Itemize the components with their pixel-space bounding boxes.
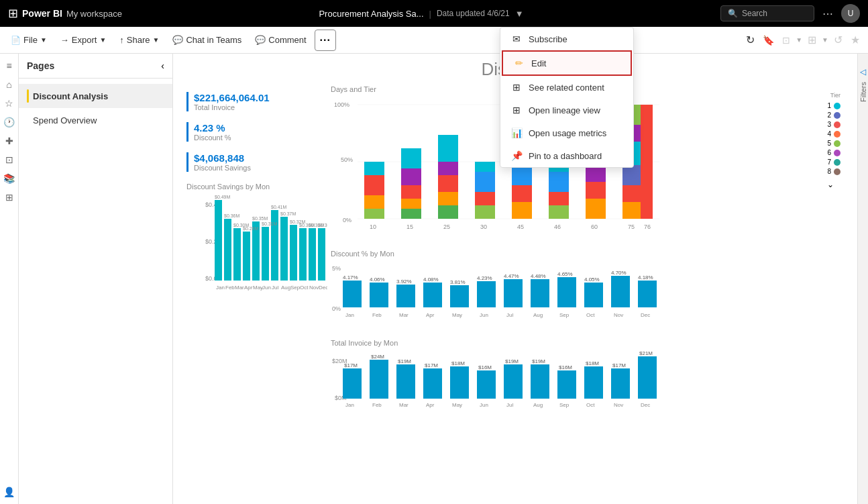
svg-text:45: 45	[517, 223, 524, 230]
svg-rect-58	[438, 205, 458, 219]
export-button[interactable]: → Export ▼	[55, 32, 111, 48]
file-button[interactable]: 📄 File ▼	[5, 32, 52, 48]
search-box[interactable]: 🔍 Search	[720, 5, 814, 21]
page-item-spend[interactable]: Spend Overview	[19, 108, 172, 132]
comment-icon: 💬	[255, 35, 266, 45]
svg-text:25: 25	[443, 223, 450, 230]
pin-dashboard-item[interactable]: 📌 Pin to a dashboard	[500, 144, 633, 167]
svg-text:Jul: Jul	[506, 402, 513, 408]
reset-button[interactable]: ↺	[831, 31, 845, 49]
kpi-total-invoice: $221,664,064.01 Total Invoice	[186, 92, 321, 111]
svg-text:76: 76	[644, 223, 651, 230]
workspace-label[interactable]: My workspace	[66, 9, 122, 19]
svg-rect-74	[586, 199, 606, 219]
svg-rect-53	[401, 209, 421, 219]
usage-metrics-item[interactable]: 📊 Open usage metrics	[500, 121, 633, 144]
svg-text:Nov: Nov	[614, 312, 623, 318]
view-button[interactable]: ⊡	[779, 32, 793, 48]
svg-rect-97	[450, 285, 469, 307]
sidebar-learn-icon[interactable]: 📚	[3, 172, 16, 185]
related-icon: ⊞	[511, 82, 522, 93]
svg-rect-135	[450, 366, 469, 399]
kpi-discount-savings-label: Discount Savings	[194, 164, 321, 172]
svg-rect-46	[364, 175, 384, 195]
share-button[interactable]: ↑ Share ▼	[114, 32, 164, 48]
sidebar-menu-icon[interactable]: ≡	[3, 59, 16, 72]
svg-text:Jul: Jul	[272, 285, 278, 291]
svg-rect-61	[475, 192, 495, 205]
fullscreen-button[interactable]: ⊞	[805, 31, 819, 49]
svg-text:May: May	[452, 402, 462, 408]
svg-text:75: 75	[628, 223, 635, 230]
svg-text:Oct: Oct	[586, 402, 595, 408]
svg-text:$0.35M: $0.35M	[252, 216, 268, 221]
sidebar-home-icon[interactable]: ⌂	[3, 78, 16, 91]
tier-4-label: 4	[827, 130, 831, 138]
tier-legend: Tier 1 2 3	[827, 92, 840, 189]
sidebar-recent-icon[interactable]: 🕐	[3, 115, 16, 129]
comment-button[interactable]: 💬 Comment	[250, 32, 311, 48]
related-content-item[interactable]: ⊞ See related content	[500, 76, 633, 99]
svg-text:$18M: $18M	[586, 360, 599, 366]
active-indicator	[27, 89, 29, 103]
svg-text:Jun: Jun	[480, 312, 488, 318]
kpi-discount-pct-value: 4.23 %	[194, 122, 321, 134]
more-menu-button[interactable]: ···	[315, 30, 336, 51]
sidebar-create-icon[interactable]: ✚	[3, 134, 16, 148]
svg-rect-136	[477, 370, 496, 399]
share-label: Share	[127, 35, 150, 45]
pages-header: Pages ‹	[19, 54, 172, 79]
svg-text:$17M: $17M	[344, 362, 358, 368]
star-button[interactable]: ★	[848, 31, 863, 49]
svg-rect-11	[290, 225, 297, 281]
more-options-button[interactable]: ⋯	[820, 5, 836, 23]
bookmark-button[interactable]: 🔖	[760, 32, 777, 48]
app-logo: ⊞ Power BI My workspace	[8, 6, 122, 21]
svg-rect-69	[549, 192, 569, 205]
svg-rect-13	[309, 228, 316, 281]
right-sidebar[interactable]: ◁ Filters	[857, 54, 868, 504]
svg-rect-8	[262, 227, 269, 281]
avatar[interactable]: U	[841, 4, 860, 23]
svg-text:4.65%: 4.65%	[557, 271, 573, 277]
left-sidebar: ≡ ⌂ ☆ 🕐 ✚ ⊡ 📚 ⊞ 👤	[0, 54, 19, 504]
svg-text:4.70%: 4.70%	[611, 270, 627, 276]
chat-button[interactable]: 💬 Chat in Teams	[167, 32, 247, 48]
tier-8-label: 8	[827, 168, 831, 175]
svg-rect-52	[401, 199, 421, 209]
discount-pct-title: Discount % by Mon	[331, 250, 847, 258]
svg-text:$19M: $19M	[398, 358, 411, 364]
tier-5-dot	[834, 140, 840, 147]
svg-text:10: 10	[370, 223, 376, 230]
grid-icon[interactable]: ⊞	[8, 6, 18, 21]
svg-text:$19M: $19M	[505, 358, 519, 364]
tier-scroll-down[interactable]: ⌄	[827, 180, 840, 189]
edit-item[interactable]: ✏ Edit	[502, 50, 632, 76]
kpi-total-invoice-label: Total Invoice	[194, 103, 321, 111]
sidebar-workspaces-icon[interactable]: ⊞	[3, 191, 16, 204]
lineage-view-item[interactable]: ⊞ Open lineage view	[500, 99, 633, 121]
subscribe-label: Subscribe	[529, 34, 567, 44]
collapse-pages-button[interactable]: ‹	[161, 60, 164, 71]
savings-chart-container: Discount Savings by Mon $0.4M $0.2M $0.0…	[186, 183, 321, 303]
lineage-label: Open lineage view	[529, 105, 600, 115]
svg-text:Jun: Jun	[480, 402, 488, 408]
sidebar-favorites-icon[interactable]: ☆	[3, 97, 16, 110]
svg-rect-95	[396, 285, 415, 307]
svg-rect-55	[438, 162, 458, 175]
svg-rect-45	[364, 162, 384, 175]
filters-label: Filters	[859, 82, 867, 102]
svg-text:$0.31M: $0.31M	[262, 221, 278, 226]
refresh-button[interactable]: ↻	[743, 31, 757, 49]
svg-rect-104	[638, 281, 657, 307]
svg-rect-100	[531, 279, 549, 307]
page-item-discount[interactable]: Discount Analysis	[19, 84, 172, 108]
share-icon: ↑	[119, 35, 124, 45]
svg-text:Sep: Sep	[559, 312, 569, 318]
svg-rect-51	[401, 185, 421, 199]
sidebar-apps-icon[interactable]: ⊡	[3, 153, 16, 166]
sidebar-profile-icon[interactable]: 👤	[3, 485, 16, 499]
dropdown-chevron-icon[interactable]: ▼	[515, 9, 524, 19]
subscribe-item[interactable]: ✉ Subscribe	[500, 28, 633, 50]
svg-rect-99	[504, 279, 523, 307]
